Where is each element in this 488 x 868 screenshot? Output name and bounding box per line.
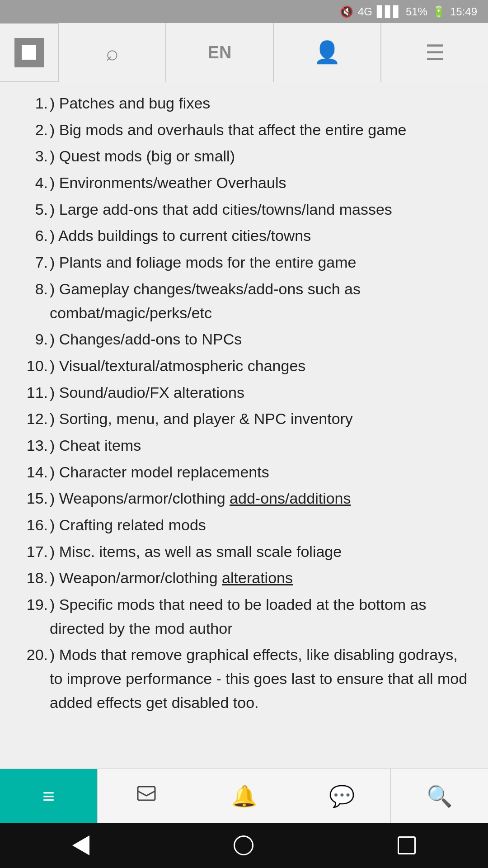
home-icon: [234, 835, 253, 855]
list-item: 10.) Visual/textural/atmospheric changes: [14, 354, 474, 378]
chat-icon: 💬: [329, 784, 355, 808]
item-number: 12.: [14, 407, 50, 431]
top-nav: ⌕ EN 👤 ☰: [0, 24, 488, 82]
item-link[interactable]: add-ons/additions: [230, 490, 351, 507]
item-text: ) Cheat items: [50, 434, 474, 458]
list-item: 6.) Adds buildings to current cities/tow…: [14, 224, 474, 248]
item-text: ) Patches and bug fixes: [50, 91, 474, 115]
list-container: 1.) Patches and bug fixes2.) Big mods an…: [14, 91, 474, 715]
clock: 15:49: [450, 5, 477, 18]
svg-rect-0: [138, 787, 155, 800]
item-number: 20.: [14, 643, 50, 667]
item-number: 18.: [14, 566, 50, 590]
item-number: 16.: [14, 513, 50, 537]
item-text: ) Sound/audio/FX alterations: [50, 381, 474, 405]
item-link[interactable]: alterations: [222, 569, 293, 586]
status-bar: 🔇 4G ▋▋▋ 51% 🔋 15:49: [0, 0, 488, 24]
battery-icon: 🔋: [432, 5, 446, 18]
item-text: ) Misc. items, as well as small scale fo…: [50, 540, 474, 564]
item-number: 1.: [14, 91, 50, 115]
item-number: 6.: [14, 224, 50, 248]
profile-icon: 👤: [314, 40, 341, 65]
list-item: 7.) Plants and foliage mods for the enti…: [14, 250, 474, 274]
list-item: 20.) Mods that remove graphical effects,…: [14, 643, 474, 714]
list-item: 4.) Environments/weather Overhauls: [14, 171, 474, 195]
item-text: ) Plants and foliage mods for the entire…: [50, 250, 474, 274]
item-number: 11.: [14, 381, 50, 405]
list-item: 16.) Crafting related mods: [14, 513, 474, 537]
item-number: 9.: [14, 327, 50, 351]
back-button[interactable]: [72, 835, 89, 855]
bottom-nav-notifications[interactable]: 🔔: [195, 769, 293, 823]
item-text: ) Visual/textural/atmospheric changes: [50, 354, 474, 378]
item-text: ) Changes/add-ons to NPCs: [50, 327, 474, 351]
item-number: 10.: [14, 354, 50, 378]
item-number: 2.: [14, 118, 50, 142]
recents-icon: [398, 836, 416, 854]
logo[interactable]: [0, 23, 59, 82]
bottom-nav-search[interactable]: 🔍: [391, 769, 488, 823]
list-item: 2.) Big mods and overhauls that affect t…: [14, 118, 474, 142]
item-text: ) Large add-ons that add cities/towns/la…: [50, 198, 474, 222]
home-button[interactable]: [234, 835, 253, 855]
network-icon: 4G: [358, 5, 372, 18]
logo-square: [14, 38, 44, 67]
item-text: ) Quest mods (big or small): [50, 144, 474, 168]
search-bottom-icon: 🔍: [427, 784, 452, 808]
search-button[interactable]: ⌕: [59, 23, 166, 82]
item-text: ) Environments/weather Overhauls: [50, 171, 474, 195]
list-item: 9.) Changes/add-ons to NPCs: [14, 327, 474, 351]
item-number: 17.: [14, 540, 50, 564]
inbox-icon: [136, 783, 157, 809]
item-number: 15.: [14, 486, 50, 510]
list-item: 13.) Cheat items: [14, 434, 474, 458]
item-number: 19.: [14, 593, 50, 617]
list-item: 19.) Specific mods that need to be loade…: [14, 593, 474, 640]
bell-icon: 🔔: [231, 784, 257, 808]
item-text: ) Character model replacements: [50, 460, 474, 484]
list-item: 15.) Weapons/armor/clothing add-ons/addi…: [14, 486, 474, 510]
battery-percent: 51%: [406, 5, 427, 18]
language-button[interactable]: EN: [166, 23, 274, 82]
item-text: ) Big mods and overhauls that affect the…: [50, 118, 474, 142]
list-item: 3.) Quest mods (big or small): [14, 144, 474, 168]
hamburger-icon: ☰: [425, 40, 445, 65]
item-number: 14.: [14, 460, 50, 484]
list-item: 8.) Gameplay changes/tweaks/add-ons such…: [14, 277, 474, 325]
back-icon: [72, 835, 89, 855]
mute-icon: 🔇: [340, 5, 353, 18]
item-text: ) Mods that remove graphical effects, li…: [50, 643, 474, 714]
signal-icon: ▋▋▋: [377, 5, 401, 18]
bottom-nav-inbox[interactable]: [98, 769, 195, 823]
android-nav: [0, 823, 488, 868]
list-item: 5.) Large add-ons that add cities/towns/…: [14, 198, 474, 222]
menu-button[interactable]: ☰: [381, 23, 488, 82]
item-text: ) Adds buildings to current cities/towns: [50, 224, 474, 248]
item-number: 13.: [14, 434, 50, 458]
list-item: 11.) Sound/audio/FX alterations: [14, 381, 474, 405]
item-text: ) Specific mods that need to be loaded a…: [50, 593, 474, 640]
profile-button[interactable]: 👤: [274, 23, 381, 82]
item-text: ) Weapon/armor/clothing alterations: [50, 566, 474, 590]
item-text: ) Sorting, menu, and player & NPC invent…: [50, 407, 474, 431]
item-number: 3.: [14, 144, 50, 168]
item-number: 7.: [14, 250, 50, 274]
list-item: 18.) Weapon/armor/clothing alterations: [14, 566, 474, 590]
item-number: 4.: [14, 171, 50, 195]
list-icon: ≡: [42, 784, 55, 808]
status-icons: 🔇 4G ▋▋▋ 51% 🔋 15:49: [340, 5, 477, 18]
nav-actions: ⌕ EN 👤 ☰: [59, 23, 488, 82]
item-number: 8.: [14, 277, 50, 301]
item-text: ) Crafting related mods: [50, 513, 474, 537]
recents-button[interactable]: [398, 836, 416, 854]
list-item: 1.) Patches and bug fixes: [14, 91, 474, 115]
list-item: 12.) Sorting, menu, and player & NPC inv…: [14, 407, 474, 431]
item-text: ) Gameplay changes/tweaks/add-ons such a…: [50, 277, 474, 325]
bottom-nav-list[interactable]: ≡: [0, 769, 98, 823]
search-icon: ⌕: [106, 40, 119, 65]
bottom-nav-messages[interactable]: 💬: [293, 769, 391, 823]
item-text: ) Weapons/armor/clothing add-ons/additio…: [50, 486, 474, 510]
list-item: 17.) Misc. items, as well as small scale…: [14, 540, 474, 564]
logo-inner: [22, 45, 36, 60]
list-item: 14.) Character model replacements: [14, 460, 474, 484]
